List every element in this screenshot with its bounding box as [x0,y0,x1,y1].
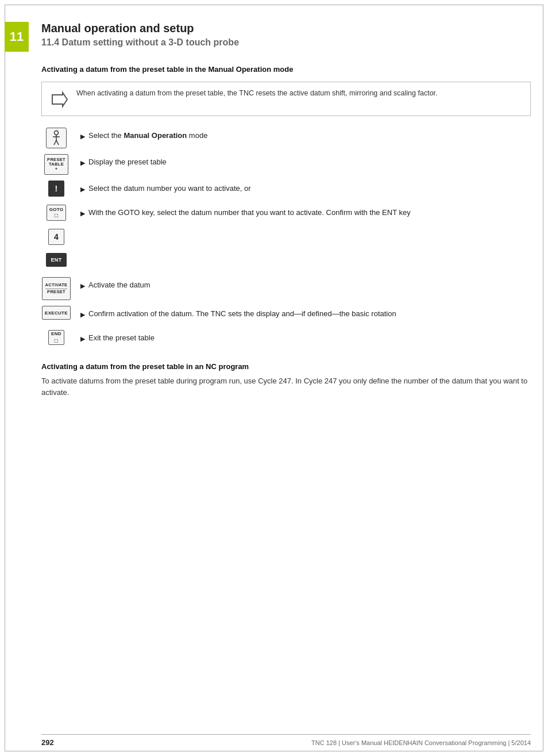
step-arrow-icon: ▶ [80,310,85,320]
step-row: ACTIVATE PRESET ▶ Activate the datum [41,277,531,300]
footer: 292 TNC 128 | User's Manual HEIDENHAIN C… [41,734,531,747]
step-arrow-icon: ▶ [80,281,85,291]
step-row: EXECUTE ▶ Confirm activation of the datu… [41,306,531,324]
step-text-goto: With the GOTO key, select the datum numb… [88,207,411,218]
step-row: ! ▶ Select the datum number you want to … [41,181,531,199]
page-border-bottom [5,751,543,751]
step-text-end: Exit the preset table [88,332,155,344]
step-desc-num4 [80,229,531,231]
chapter-tab: 11 [5,22,29,52]
nc-text: To activate datums from the preset table… [41,375,531,398]
step-row: PRESET TABLE + ▶ Display the preset tabl… [41,154,531,175]
step-row: 4 [41,229,531,247]
step-key-num4: 4 [41,229,71,245]
svg-line-5 [56,140,59,145]
step-text-select: Select the datum number you want to acti… [88,183,251,194]
arrow-right-svg [50,90,68,109]
step-key-activate: ACTIVATE PRESET [41,277,71,300]
step-key-goto: GOTO □ [41,205,71,221]
main-content: Manual operation and setup 11.4 Datum se… [41,0,531,398]
step-key-end: END □ [41,330,71,345]
step-key-manual-op [41,128,71,148]
steps-list: ▶ Select the Manual Operation mode PRESE… [41,128,531,348]
step-key-select: ! [41,181,71,197]
nc-section: Activating a datum from the preset table… [41,362,531,398]
select-key[interactable]: ! [48,181,64,197]
svg-line-4 [54,140,56,145]
page-border-top [5,5,543,5]
step-key-execute: EXECUTE [41,306,71,320]
step-key-ent: ENT [41,253,71,267]
step-row: GOTO □ ▶ With the GOTO key, select the d… [41,205,531,223]
chapter-number: 11 [10,29,24,44]
chapter-title: Manual operation and setup [41,22,531,35]
info-box-text: When activating a datum from the preset … [76,88,438,99]
step-desc-end: ▶ Exit the preset table [80,330,531,344]
step-key-preset-table: PRESET TABLE + [41,154,71,175]
footer-info: TNC 128 | User's Manual HEIDENHAIN Conve… [311,739,531,746]
page-border-left [5,5,5,751]
step-arrow-icon: ▶ [80,209,85,218]
manual-op-key[interactable] [46,128,67,148]
nc-heading: Activating a datum from the preset table… [41,362,531,371]
step-arrow-icon: ▶ [80,132,85,141]
page-border-right [543,5,543,751]
end-key[interactable]: END □ [48,330,64,345]
step-text-manual-op: Select the Manual Operation mode [88,130,207,141]
step-desc-select: ▶ Select the datum number you want to ac… [80,181,531,194]
manual-op-icon-svg [50,130,63,146]
step-arrow-icon: ▶ [80,158,85,168]
step-text-activate: Activate the datum [88,279,150,291]
step-desc-goto: ▶ With the GOTO key, select the datum nu… [80,205,531,218]
preset-table-key[interactable]: PRESET TABLE + [44,154,68,175]
num4-key[interactable]: 4 [48,229,64,245]
activate-preset-key[interactable]: ACTIVATE PRESET [42,277,71,300]
step-arrow-icon: ▶ [80,185,85,194]
step-desc-ent [80,253,531,255]
execute-key[interactable]: EXECUTE [42,306,71,320]
svg-marker-0 [52,93,67,106]
step-desc-manual-op: ▶ Select the Manual Operation mode [80,128,531,141]
svg-point-1 [55,131,59,135]
step-arrow-icon: ▶ [80,334,85,344]
page-number: 292 [41,738,54,747]
goto-key[interactable]: GOTO □ [47,205,66,221]
step-row: ▶ Select the Manual Operation mode [41,128,531,148]
preset-table-key-inner: PRESET TABLE + [46,158,67,172]
activating-manual-heading: Activating a datum from the preset table… [41,65,531,74]
step-desc-activate: ▶ Activate the datum [80,277,531,291]
info-arrow-icon [49,89,70,110]
section-title: 11.4 Datum setting without a 3-D touch p… [41,37,531,48]
step-row: END □ ▶ Exit the preset table [41,330,531,348]
step-text-execute: Confirm activation of the datum. The TNC… [88,308,396,320]
step-desc-execute: ▶ Confirm activation of the datum. The T… [80,306,531,320]
step-text-preset-table: Display the preset table [88,156,167,168]
ent-key[interactable]: ENT [46,253,67,267]
step-row: ENT [41,253,531,271]
step-desc-preset-table: ▶ Display the preset table [80,154,531,168]
info-box: When activating a datum from the preset … [41,82,531,116]
